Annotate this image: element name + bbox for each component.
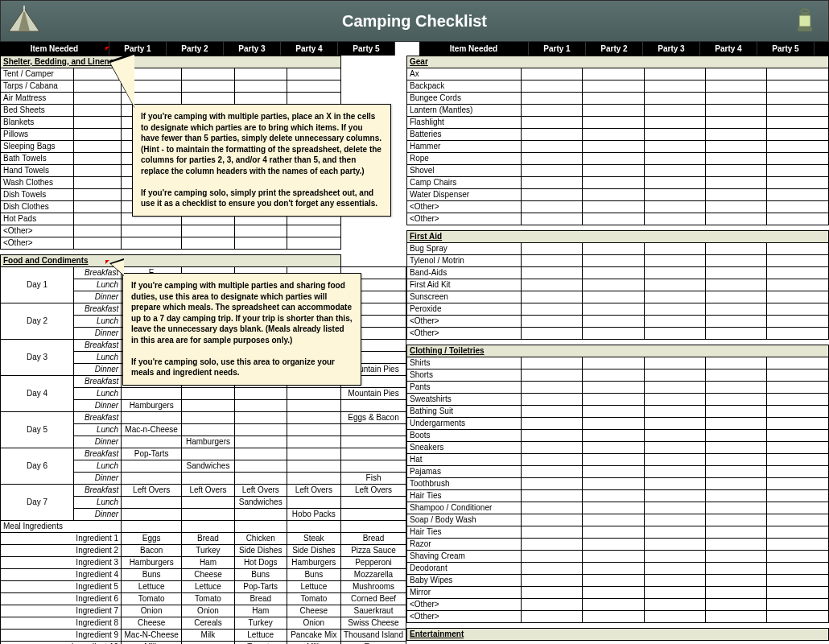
ingredient-cell[interactable]: Lettuce [182, 581, 235, 593]
meal-cell[interactable] [182, 497, 235, 509]
meal-cell[interactable]: Pop-Tarts [122, 448, 182, 460]
item-row[interactable]: Bathing Suit [407, 406, 829, 418]
ingredient-cell[interactable]: Side Dishes [287, 545, 340, 557]
ingredient-cell[interactable]: Hamburgers [287, 557, 340, 569]
ingredient-cell[interactable]: Cheese [122, 617, 182, 630]
ingredient-cell[interactable]: Bread [234, 593, 287, 605]
item-row[interactable]: Bug Spray [407, 243, 829, 255]
item-row[interactable]: Toothbrush [407, 478, 829, 490]
ingredient-cell[interactable]: Mac-N-Cheese [122, 630, 182, 642]
ingredient-cell[interactable]: Ham [182, 557, 235, 569]
meal-cell[interactable] [182, 509, 235, 521]
ingredient-cell[interactable]: Onion [122, 605, 182, 617]
meal-cell[interactable]: Hamburgers [182, 436, 235, 448]
item-row[interactable]: Undergarments [407, 418, 829, 430]
item-row[interactable]: Air Mattress [1, 93, 406, 105]
ingredient-row[interactable]: Ingredient 5LettuceLettucePop-TartsLettu… [1, 581, 406, 593]
ingredient-cell[interactable]: Turkey [182, 545, 235, 557]
ingredient-cell[interactable]: Chicken [234, 533, 287, 545]
ingredient-cell[interactable]: Lettuce [234, 630, 287, 642]
meal-cell[interactable] [122, 473, 182, 485]
ingredient-cell[interactable]: Pizza Sauce [341, 545, 406, 557]
meal-cell[interactable] [122, 412, 182, 424]
ingredient-cell[interactable]: Eggs [341, 642, 406, 645]
meal-cell[interactable] [122, 509, 182, 521]
meal-cell[interactable] [122, 388, 182, 400]
meal-cell[interactable]: Mountain Pies [341, 388, 406, 400]
meal-cell[interactable] [234, 509, 287, 521]
item-row[interactable]: <Other> [407, 213, 829, 225]
ingredient-cell[interactable]: Buns [234, 569, 287, 581]
item-row[interactable]: Shaving Cream [407, 551, 829, 563]
meal-cell[interactable] [182, 424, 235, 436]
ingredient-cell[interactable]: Bacon [122, 545, 182, 557]
item-row[interactable]: Shorts [407, 369, 829, 382]
ingredient-cell[interactable]: Mushrooms [341, 581, 406, 593]
item-row[interactable]: <Other> [407, 201, 829, 213]
ingredient-cell[interactable]: Tomato [287, 593, 340, 605]
ingredient-row[interactable]: Ingredient 9Mac-N-CheeseMilkLettucePanca… [1, 630, 406, 642]
item-row[interactable]: Sneakers [407, 442, 829, 454]
meal-cell[interactable] [234, 473, 287, 485]
item-row[interactable]: Bungee Cords [407, 93, 829, 105]
meal-cell[interactable] [122, 460, 182, 473]
ingredient-cell[interactable]: Side Dishes [234, 545, 287, 557]
meal-cell[interactable] [234, 436, 287, 448]
meal-cell[interactable]: Hobo Packs [287, 509, 340, 521]
meal-cell[interactable] [341, 400, 406, 412]
ingredient-cell[interactable]: Hot Dogs [234, 557, 287, 569]
meal-cell[interactable] [341, 460, 406, 473]
ingredient-cell[interactable]: Cheese [287, 605, 340, 617]
meal-cell[interactable]: Hamburgers [122, 400, 182, 412]
item-row[interactable]: <Other> [407, 328, 829, 340]
item-row[interactable]: Ax [407, 68, 829, 80]
meal-cell[interactable] [287, 460, 340, 473]
ingredient-cell[interactable]: Steak [287, 533, 340, 545]
item-row[interactable]: Pajamas [407, 466, 829, 478]
item-row[interactable]: Tent / Camper [1, 68, 406, 80]
item-row[interactable]: Hair Ties [407, 526, 829, 539]
meal-cell[interactable] [234, 400, 287, 412]
meal-cell[interactable] [287, 412, 340, 424]
meal-cell[interactable] [341, 509, 406, 521]
item-row[interactable]: Tarps / Cabana [1, 80, 406, 93]
ingredient-cell[interactable]: Cereals [182, 617, 235, 630]
meal-cell[interactable]: Eggs & Bacon [341, 412, 406, 424]
ingredient-cell[interactable]: Onion [287, 617, 340, 630]
ingredient-cell[interactable]: Milk [287, 642, 340, 645]
meal-cell[interactable] [234, 424, 287, 436]
ingredient-cell[interactable]: Pop-Tarts [234, 581, 287, 593]
item-row[interactable]: Lantern (Mantles) [407, 105, 829, 117]
item-row[interactable]: Flashlight [407, 117, 829, 129]
meal-cell[interactable]: Left Overs [287, 485, 340, 497]
ingredient-cell[interactable]: Buns [287, 569, 340, 581]
ingredient-cell[interactable]: Bread [182, 533, 235, 545]
meal-cell[interactable] [122, 497, 182, 509]
item-row[interactable]: Shirts [407, 357, 829, 369]
ingredient-cell[interactable]: Thousand Island [341, 630, 406, 642]
meal-cell[interactable] [341, 448, 406, 460]
meal-cell[interactable] [234, 388, 287, 400]
meal-cell[interactable] [341, 436, 406, 448]
ingredient-cell[interactable]: Lettuce [287, 581, 340, 593]
ingredient-cell[interactable]: Ham [234, 605, 287, 617]
meal-cell[interactable] [341, 424, 406, 436]
meal-cell[interactable] [287, 436, 340, 448]
ingredient-cell[interactable]: Milk [182, 630, 235, 642]
item-row[interactable]: Deodorant [407, 563, 829, 575]
comment-marker-icon[interactable] [105, 47, 109, 51]
item-row[interactable]: Rope [407, 153, 829, 165]
item-row[interactable]: Peroxide [407, 303, 829, 316]
item-row[interactable]: Band-Aids [407, 267, 829, 279]
item-row[interactable]: <Other> [407, 599, 829, 611]
ingredient-row[interactable]: Ingredient 2BaconTurkeySide DishesSide D… [1, 545, 406, 557]
ingredient-cell[interactable]: Lettuce [122, 581, 182, 593]
meal-row[interactable]: Day 6BreakfastPop-Tarts [1, 448, 406, 460]
ingredient-cell[interactable]: Swiss Cheese [341, 617, 406, 630]
item-row[interactable]: Boots [407, 430, 829, 442]
item-row[interactable]: Batteries [407, 129, 829, 141]
ingredient-cell[interactable]: Pepperoni [341, 557, 406, 569]
meal-cell[interactable] [234, 460, 287, 473]
item-row[interactable]: Hammer [407, 141, 829, 153]
meal-cell[interactable] [287, 497, 340, 509]
